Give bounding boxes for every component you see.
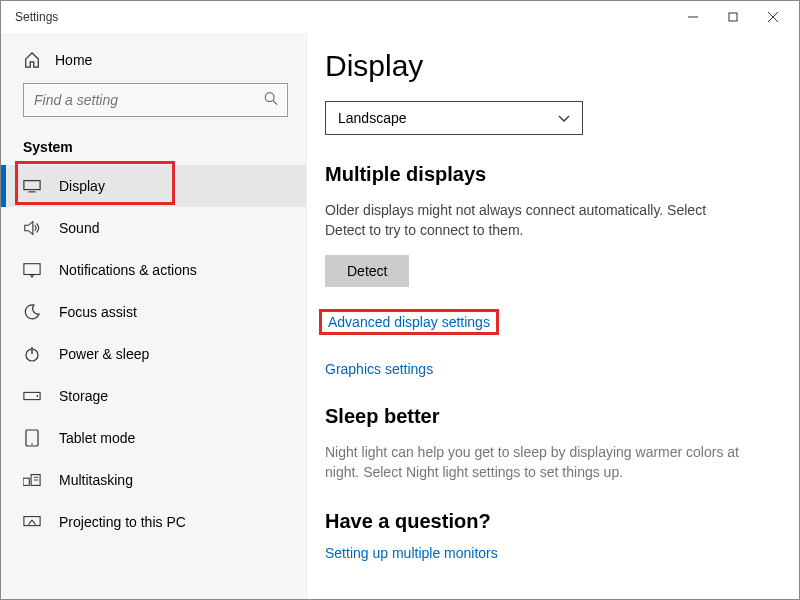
sidebar-item-display[interactable]: Display: [1, 165, 306, 207]
sleep-better-heading: Sleep better: [325, 405, 779, 428]
advanced-display-settings-link[interactable]: Advanced display settings: [319, 309, 499, 335]
search-wrap: [23, 83, 288, 117]
multiple-displays-section: Multiple displays Older displays might n…: [325, 163, 779, 377]
help-link-multiple-monitors[interactable]: Setting up multiple monitors: [325, 545, 779, 561]
sidebar-item-label: Multitasking: [59, 472, 133, 488]
home-button[interactable]: Home: [1, 43, 306, 83]
dropdown-value: Landscape: [338, 110, 407, 126]
sidebar: Home System Display: [1, 33, 306, 599]
close-icon: [768, 12, 778, 22]
multiple-displays-heading: Multiple displays: [325, 163, 779, 186]
graphics-settings-link[interactable]: Graphics settings: [325, 361, 779, 377]
sidebar-item-projecting[interactable]: Projecting to this PC: [1, 501, 306, 543]
notifications-icon: [23, 262, 41, 278]
sleep-better-section: Sleep better Night light can help you ge…: [325, 405, 779, 483]
power-icon: [23, 346, 41, 362]
svg-point-14: [31, 443, 33, 445]
sidebar-item-label: Focus assist: [59, 304, 137, 320]
help-heading: Have a question?: [325, 510, 779, 533]
multitasking-icon: [23, 473, 41, 487]
search-icon: [264, 92, 278, 109]
sleep-better-text: Night light can help you get to sleep by…: [325, 442, 745, 483]
sidebar-item-focus-assist[interactable]: Focus assist: [1, 291, 306, 333]
sidebar-item-label: Sound: [59, 220, 99, 236]
svg-rect-15: [23, 478, 29, 485]
close-button[interactable]: [753, 2, 793, 32]
sidebar-item-storage[interactable]: Storage: [1, 375, 306, 417]
maximize-icon: [728, 12, 738, 22]
svg-rect-1: [729, 13, 737, 21]
svg-rect-6: [24, 181, 40, 190]
svg-point-12: [37, 395, 39, 397]
page-title: Display: [325, 49, 779, 83]
home-icon: [23, 51, 41, 69]
sidebar-item-power-sleep[interactable]: Power & sleep: [1, 333, 306, 375]
moon-icon: [23, 304, 41, 320]
window-title: Settings: [15, 10, 58, 24]
chevron-down-icon: [558, 110, 570, 126]
main-content: Display Landscape Multiple displays Olde…: [306, 33, 799, 599]
minimize-button[interactable]: [673, 2, 713, 32]
orientation-dropdown[interactable]: Landscape: [325, 101, 583, 135]
search-input[interactable]: [23, 83, 288, 117]
tablet-icon: [23, 429, 41, 447]
sidebar-item-label: Storage: [59, 388, 108, 404]
sidebar-item-sound[interactable]: Sound: [1, 207, 306, 249]
monitor-icon: [23, 179, 41, 193]
svg-line-5: [273, 101, 277, 105]
sound-icon: [23, 220, 41, 236]
sidebar-nav: Display Sound Notifications & actions: [1, 165, 306, 543]
minimize-icon: [688, 12, 698, 22]
settings-window: Settings Home System: [0, 0, 800, 600]
svg-rect-19: [24, 517, 40, 526]
sidebar-item-label: Tablet mode: [59, 430, 135, 446]
help-section: Have a question? Setting up multiple mon…: [325, 510, 779, 561]
storage-icon: [23, 391, 41, 401]
home-label: Home: [55, 52, 92, 68]
sidebar-item-label: Notifications & actions: [59, 262, 197, 278]
multiple-displays-text: Older displays might not always connect …: [325, 200, 745, 241]
sidebar-item-label: Power & sleep: [59, 346, 149, 362]
svg-point-4: [265, 93, 274, 102]
titlebar: Settings: [1, 1, 799, 33]
svg-rect-8: [24, 264, 40, 275]
sidebar-item-tablet-mode[interactable]: Tablet mode: [1, 417, 306, 459]
sidebar-item-label: Projecting to this PC: [59, 514, 186, 530]
detect-button[interactable]: Detect: [325, 255, 409, 287]
sidebar-item-label: Display: [59, 178, 105, 194]
maximize-button[interactable]: [713, 2, 753, 32]
sidebar-item-notifications[interactable]: Notifications & actions: [1, 249, 306, 291]
sidebar-category: System: [1, 135, 306, 165]
sidebar-item-multitasking[interactable]: Multitasking: [1, 459, 306, 501]
projecting-icon: [23, 515, 41, 529]
